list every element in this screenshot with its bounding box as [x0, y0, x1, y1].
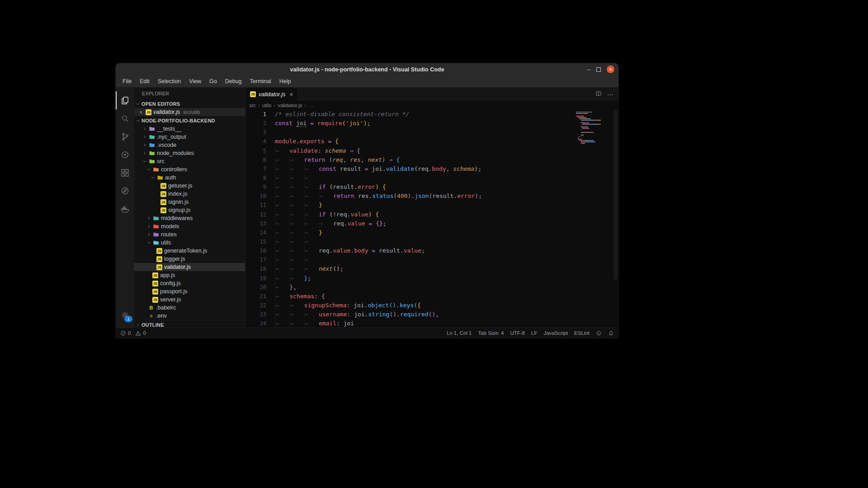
breadcrumb-item[interactable]: … [308, 103, 314, 108]
close-editor-icon[interactable]: × [137, 109, 144, 116]
line-number[interactable]: 15 [245, 237, 266, 246]
settings-gear-icon[interactable]: 1 [116, 306, 134, 324]
line-number[interactable]: 13 [245, 219, 266, 228]
tree-file-.babelrc[interactable]: B.babelrc [134, 304, 245, 312]
workspace-header[interactable]: NODE-PORTFOLIO-BACKEND [134, 116, 245, 125]
code-line-21[interactable]: 21→schemas: { [245, 292, 618, 301]
tree-file-signup.js[interactable]: JSsignup.js [134, 206, 245, 214]
code-line-7[interactable]: 7→→→const result = joi.validate(req.body… [245, 164, 618, 174]
line-number[interactable]: 22 [245, 301, 266, 310]
code-line-16[interactable]: 16→→→req.value.body = result.value; [245, 246, 618, 255]
tree-folder-auth[interactable]: auth [134, 174, 245, 182]
status-0[interactable]: 0 [135, 330, 146, 336]
tree-file-config.js[interactable]: JSconfig.js [134, 279, 245, 287]
tree-file-passport.js[interactable]: JSpassport.js [134, 287, 245, 296]
extensions-icon[interactable] [116, 164, 134, 182]
line-number[interactable]: 20 [245, 283, 266, 292]
code-line-20[interactable]: 20→}, [245, 283, 618, 292]
tree-file-.env[interactable]: ≡.env [134, 312, 245, 320]
menu-debug[interactable]: Debug [221, 75, 246, 87]
code-line-14[interactable]: 14→→→} [245, 228, 618, 237]
line-number[interactable]: 17 [245, 255, 266, 264]
tree-file-signin.js[interactable]: JSsignin.js [134, 198, 245, 206]
code-line-2[interactable]: 2const joi = require('joi'); [245, 119, 618, 128]
code-line-5[interactable]: 5→validate: schema ⇒ { [245, 146, 618, 155]
editor-scrollbar[interactable] [612, 110, 618, 328]
tree-folder-src[interactable]: src [134, 157, 245, 165]
line-number[interactable]: 9 [245, 183, 266, 192]
menu-terminal[interactable]: Terminal [246, 75, 275, 87]
menu-go[interactable]: Go [205, 75, 221, 87]
breadcrumb-item[interactable]: validator.js [278, 103, 302, 108]
code-line-8[interactable]: 8→→→ [245, 174, 618, 183]
menu-view[interactable]: View [185, 75, 205, 87]
open-editors-header[interactable]: OPEN EDITORS [134, 99, 245, 108]
remote-icon[interactable] [116, 182, 134, 200]
menu-file[interactable]: File [118, 75, 136, 87]
line-number[interactable]: 18 [245, 264, 266, 273]
code-editor[interactable]: 1/* eslint-disable consistent-return */2… [245, 110, 618, 328]
code-line-13[interactable]: 13→→→→req.value = {}; [245, 219, 618, 228]
explorer-icon[interactable] [116, 91, 134, 109]
code-line-24[interactable]: 24→→→email: joi [245, 319, 618, 328]
maximize-button[interactable] [596, 67, 601, 72]
status-notifications-bell[interactable] [608, 330, 614, 336]
tree-file-server.js[interactable]: JSserver.js [134, 296, 245, 304]
tree-file-validator.js[interactable]: JSvalidator.js [134, 263, 245, 271]
tree-file-app.js[interactable]: JSapp.js [134, 271, 245, 279]
code-line-23[interactable]: 23→→→username: joi.string().required(), [245, 310, 618, 319]
open-editor-item[interactable]: ×JSvalidator.jssrc/utils [134, 108, 245, 116]
line-number[interactable]: 24 [245, 319, 266, 328]
line-number[interactable]: 19 [245, 274, 266, 283]
code-line-6[interactable]: 6→→return (req, res, next) ⇒ { [245, 155, 618, 164]
tree-folder-routes[interactable]: routes [134, 230, 245, 239]
debug-icon[interactable] [116, 145, 134, 164]
status-tab-size-4[interactable]: Tab Size: 4 [478, 330, 504, 336]
line-number[interactable]: 5 [245, 146, 266, 155]
close-button[interactable]: × [607, 66, 614, 73]
status-0[interactable]: 0 [120, 330, 131, 336]
status-javascript[interactable]: JavaScript [543, 330, 568, 336]
line-number[interactable]: 3 [245, 128, 266, 137]
line-number[interactable]: 1 [245, 110, 266, 119]
more-actions-icon[interactable]: ⋯ [607, 91, 614, 98]
tab-validator-js[interactable]: JS validator.js × [245, 88, 298, 101]
tree-folder-controllers[interactable]: controllers [134, 165, 245, 174]
status-lf[interactable]: LF [531, 330, 537, 336]
line-number[interactable]: 14 [245, 228, 266, 237]
code-line-1[interactable]: 1/* eslint-disable consistent-return */ [245, 110, 618, 119]
menu-edit[interactable]: Edit [136, 75, 154, 87]
code-line-9[interactable]: 9→→→if (result.error) { [245, 183, 618, 192]
close-tab-icon[interactable]: × [289, 91, 293, 98]
tree-file-generateToken.js[interactable]: JSgenerateToken.js [134, 247, 245, 255]
code-line-15[interactable]: 15→→→ [245, 237, 618, 246]
docker-icon[interactable] [116, 200, 134, 218]
line-number[interactable]: 16 [245, 246, 266, 255]
status-ln-1-col-1[interactable]: Ln 1, Col 1 [447, 330, 472, 336]
minimize-button[interactable]: – [587, 66, 590, 72]
code-line-10[interactable]: 10→→→→return res.status(400).json(result… [245, 192, 618, 201]
menu-selection[interactable]: Selection [154, 75, 185, 87]
breadcrumb-item[interactable]: src [249, 103, 256, 108]
code-line-4[interactable]: 4module.exports = { [245, 137, 618, 146]
line-number[interactable]: 2 [245, 119, 266, 128]
code-line-18[interactable]: 18→→→next(); [245, 264, 618, 273]
code-line-3[interactable]: 3 [245, 128, 618, 137]
tree-folder-.vscode[interactable]: .vscode [134, 141, 245, 149]
tree-folder-.nyc_output[interactable]: .nyc_output [134, 133, 245, 141]
status-eslint[interactable]: ESLint [574, 330, 590, 336]
search-icon[interactable] [116, 109, 134, 127]
source-control-icon[interactable] [116, 127, 134, 145]
line-number[interactable]: 6 [245, 155, 266, 164]
code-line-22[interactable]: 22→→signupSchema: joi.object().keys({ [245, 301, 618, 310]
tree-folder-__tests__[interactable]: __tests__ [134, 125, 245, 133]
scrollbar-thumb[interactable] [613, 110, 618, 280]
code-line-19[interactable]: 19→→}; [245, 274, 618, 283]
tree-folder-models[interactable]: models [134, 222, 245, 230]
status-utf-8[interactable]: UTF-8 [510, 330, 525, 336]
line-number[interactable]: 10 [245, 192, 266, 201]
tree-file-index.js[interactable]: JSindex.js [134, 190, 245, 198]
code-line-11[interactable]: 11→→→} [245, 201, 618, 210]
tree-folder-middlewares[interactable]: middlewares [134, 214, 245, 222]
minimap[interactable] [576, 112, 612, 144]
